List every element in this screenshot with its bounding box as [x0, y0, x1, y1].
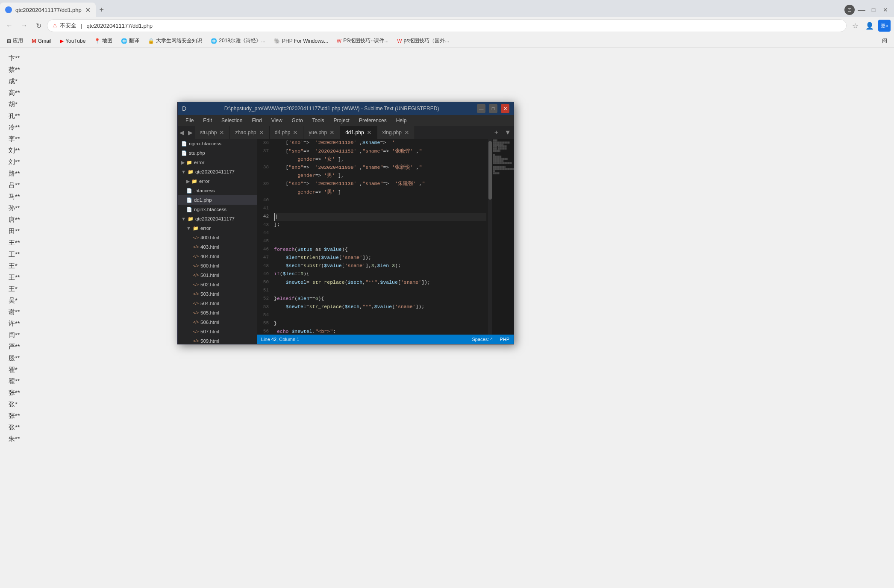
ft-505[interactable]: </> 505.html [178, 308, 257, 318]
ft-error-label: error [194, 160, 204, 165]
menu-selection[interactable]: Selection [217, 116, 247, 125]
ft-stu-php[interactable]: 📄 stu.php [178, 148, 257, 158]
tab-yue[interactable]: yue.php ✕ [303, 126, 340, 139]
tab-xing-close[interactable]: ✕ [404, 129, 409, 136]
ln-56: 56 [257, 327, 269, 335]
ft-503-icon: </> [193, 292, 199, 296]
name-item-26: 殷** [9, 352, 167, 364]
menu-find[interactable]: Find [247, 116, 266, 125]
ft-400-icon: </> [193, 235, 199, 240]
minimize-button[interactable]: — [856, 5, 867, 15]
ft-403[interactable]: </> 403.html [178, 242, 257, 252]
bookmark-translate[interactable]: 🌐 翻译 [118, 36, 143, 46]
tab-zhao[interactable]: zhao.php ✕ [230, 126, 269, 139]
tab-zhao-close[interactable]: ✕ [259, 129, 264, 136]
ft-error-expanded[interactable]: ▼ 📁 error [178, 223, 257, 233]
tab-stu-close[interactable]: ✕ [219, 129, 224, 136]
name-item-9: 刘** [9, 156, 167, 168]
ft-nginx-inner[interactable]: 📄 nginx.htaccess [178, 205, 257, 214]
ft-qtc-folder1[interactable]: ▼ 📁 qtc202020411177 [178, 167, 257, 176]
bookmark-network[interactable]: 🔒 大学生网络安全知识 [144, 36, 206, 46]
ft-404-label: 404.html [200, 254, 219, 259]
maximize-button[interactable]: □ [868, 5, 879, 15]
address-box[interactable]: ⚠ 不安全 | qtc202020411177/dd1.php [47, 19, 847, 32]
bookmark-youtube[interactable]: ▶ YouTube [56, 37, 89, 45]
st-maximize-button[interactable]: □ [489, 104, 497, 113]
bookmark-gmail[interactable]: M Gmail [28, 36, 55, 45]
name-item-6: 冷** [9, 121, 167, 133]
tab-dd1-close[interactable]: ✕ [367, 129, 372, 136]
st-code-editor[interactable]: 36 37 38 39 40 41 42 43 44 45 46 47 48 [257, 139, 514, 344]
ln-43: 43 [257, 221, 269, 229]
ft-error-inner[interactable]: ▶ 📁 error [178, 176, 257, 186]
tab-d4[interactable]: d4.php ✕ [270, 126, 304, 139]
bookmark-ps1[interactable]: W PS抠图技巧--课件... [333, 36, 392, 46]
ft-503[interactable]: </> 503.html [178, 289, 257, 299]
close-button[interactable]: ✕ [880, 5, 891, 15]
tab-xing[interactable]: xing.php ✕ [377, 126, 415, 139]
ln-48: 48 [257, 262, 269, 270]
st-minimize-button[interactable]: — [477, 104, 485, 113]
bookmark-reading[interactable]: 阅 [879, 36, 891, 46]
ft-qtc-folder2[interactable]: ▼ 📁 qtc202020411177 [178, 214, 257, 223]
ft-504[interactable]: </> 504.html [178, 299, 257, 308]
name-item-23: 许** [9, 318, 167, 329]
active-tab[interactable]: qtc202020411177/dd1.php ✕ [0, 3, 96, 17]
menu-file[interactable]: File [181, 116, 198, 125]
menu-edit[interactable]: Edit [199, 116, 216, 125]
ft-htaccess[interactable]: 📄 .htaccess [178, 186, 257, 195]
back-button[interactable]: ← [3, 20, 15, 32]
account-button[interactable]: 👤 [864, 20, 876, 32]
ft-506[interactable]: </> 506.html [178, 318, 257, 327]
ft-509[interactable]: </> 509.html [178, 336, 257, 344]
st-tab-menu-button[interactable]: ▼ [502, 126, 514, 139]
bookmark-php[interactable]: 🐘 PHP For Windows... [271, 37, 332, 45]
menu-help[interactable]: Help [392, 116, 411, 125]
menu-preferences[interactable]: Preferences [355, 116, 391, 125]
st-tab-forward[interactable]: ▶ [186, 126, 195, 139]
refresh-button[interactable]: ↻ [32, 20, 44, 32]
st-titlebar: D D:\phpstudy_pro\WWW\qtc202020411177\dd… [178, 102, 514, 115]
forward-button[interactable]: → [18, 20, 30, 32]
st-editor-content[interactable]: 36 37 38 39 40 41 42 43 44 45 46 47 48 [257, 139, 514, 335]
st-scroll-thumb[interactable] [488, 141, 492, 200]
menu-view[interactable]: View [267, 116, 287, 125]
bookmark-poetry[interactable]: 🌐 2018尔雅《诗经》... [207, 36, 269, 46]
bookmark-ps2[interactable]: W ps抠图技巧（国外... [394, 36, 453, 46]
name-item-3: 高** [9, 87, 167, 98]
tab-dd1[interactable]: dd1.php ✕ [340, 126, 377, 139]
ft-dd1-php[interactable]: 📄 dd1.php [178, 195, 257, 205]
st-file-tree[interactable]: 📄 nginx.htaccess 📄 stu.php ▶ 📁 error ▼ 📁… [178, 139, 257, 344]
st-new-tab-button[interactable]: + [491, 126, 502, 139]
ft-404[interactable]: </> 404.html [178, 252, 257, 261]
menu-goto[interactable]: Goto [288, 116, 307, 125]
ft-error-folder[interactable]: ▶ 📁 error [178, 158, 257, 167]
new-tab-button[interactable]: + [96, 4, 108, 16]
ft-qtc-label1: qtc202020411177 [195, 169, 235, 174]
ft-503-label: 503.html [200, 291, 219, 297]
menu-tools[interactable]: Tools [308, 116, 329, 125]
st-scrollbar[interactable] [488, 139, 492, 335]
code-content[interactable]: ['sno'=> '202020411109' ,$sname=> ' ["sn… [272, 139, 488, 335]
ft-502[interactable]: </> 502.html [178, 280, 257, 289]
bookmark-apps[interactable]: ⊞ 应用 [3, 36, 26, 46]
tab-d4-close[interactable]: ✕ [293, 129, 298, 136]
ft-500[interactable]: </> 500.html [178, 261, 257, 270]
ft-nginx-htaccess[interactable]: 📄 nginx.htaccess [178, 139, 257, 148]
tab-close-button[interactable]: ✕ [85, 6, 91, 14]
maps-icon: 📍 [94, 38, 100, 44]
st-close-button[interactable]: ✕ [501, 104, 509, 113]
tab-stu[interactable]: stu.php ✕ [195, 126, 230, 139]
bookmark-maps[interactable]: 📍 地图 [91, 36, 116, 46]
code-42[interactable]: | [274, 213, 486, 221]
ft-501[interactable]: </> 501.html [178, 270, 257, 280]
ft-505-label: 505.html [200, 310, 219, 315]
ft-400[interactable]: </> 400.html [178, 233, 257, 242]
ft-507[interactable]: </> 507.html [178, 327, 257, 336]
bookmark-star-button[interactable]: ☆ [849, 20, 861, 32]
tab-yue-close[interactable]: ✕ [329, 129, 335, 136]
st-tab-back[interactable]: ◀ [178, 126, 186, 139]
ps1-icon: W [337, 38, 341, 44]
more-button[interactable]: 更» [878, 20, 891, 32]
menu-project[interactable]: Project [329, 116, 354, 125]
